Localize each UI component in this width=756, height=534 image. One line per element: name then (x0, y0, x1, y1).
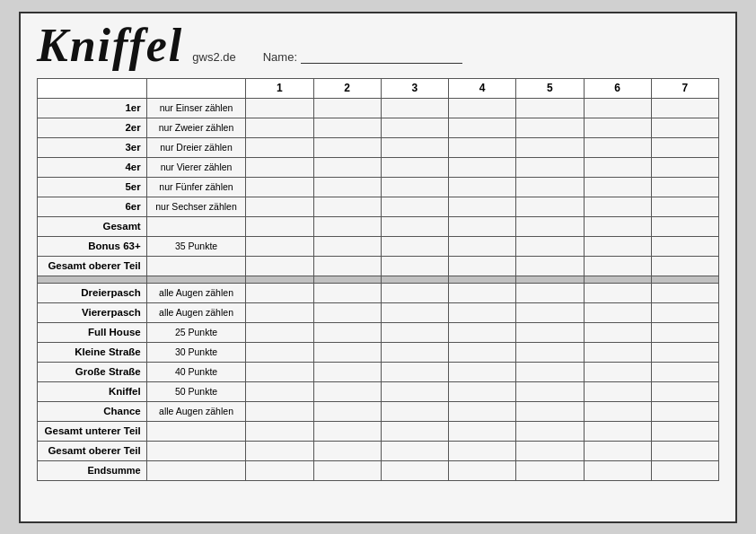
score-cell[interactable] (246, 322, 313, 342)
score-cell[interactable] (381, 256, 448, 276)
score-cell[interactable] (313, 137, 381, 157)
score-cell[interactable] (651, 421, 718, 441)
score-cell[interactable] (381, 197, 448, 216)
score-cell[interactable] (516, 322, 584, 342)
score-cell[interactable] (584, 157, 651, 177)
score-cell[interactable] (246, 421, 313, 441)
score-cell[interactable] (584, 421, 651, 441)
score-cell[interactable] (381, 421, 448, 441)
score-cell[interactable] (313, 236, 381, 256)
score-cell[interactable] (313, 177, 381, 197)
score-cell[interactable] (449, 177, 516, 197)
score-cell[interactable] (246, 362, 313, 381)
score-cell[interactable] (381, 302, 448, 322)
score-cell[interactable] (651, 98, 718, 118)
score-cell[interactable] (381, 98, 448, 118)
score-cell[interactable] (584, 177, 651, 197)
score-cell[interactable] (584, 137, 651, 157)
score-cell[interactable] (246, 302, 313, 322)
score-cell[interactable] (516, 137, 584, 157)
score-cell[interactable] (516, 216, 584, 236)
score-cell[interactable] (651, 118, 718, 137)
score-cell[interactable] (381, 157, 448, 177)
score-cell[interactable] (449, 441, 516, 460)
score-cell[interactable] (516, 118, 584, 137)
score-cell[interactable] (381, 441, 448, 460)
score-cell[interactable] (381, 137, 448, 157)
score-cell[interactable] (651, 137, 718, 157)
score-cell[interactable] (449, 256, 516, 276)
score-cell[interactable] (584, 362, 651, 381)
score-cell[interactable] (584, 236, 651, 256)
score-cell[interactable] (584, 441, 651, 460)
score-cell[interactable] (449, 98, 516, 118)
score-cell[interactable] (516, 401, 584, 421)
score-cell[interactable] (381, 342, 448, 362)
score-cell[interactable] (381, 381, 448, 401)
score-cell[interactable] (246, 401, 313, 421)
score-cell[interactable] (516, 177, 584, 197)
score-cell[interactable] (651, 362, 718, 381)
score-cell[interactable] (651, 283, 718, 302)
score-cell[interactable] (449, 157, 516, 177)
score-cell[interactable] (313, 342, 381, 362)
score-cell[interactable] (313, 421, 381, 441)
score-cell[interactable] (381, 216, 448, 236)
score-cell[interactable] (584, 197, 651, 216)
score-cell[interactable] (449, 342, 516, 362)
score-cell[interactable] (584, 98, 651, 118)
score-cell[interactable] (381, 401, 448, 421)
score-cell[interactable] (584, 381, 651, 401)
score-cell[interactable] (313, 256, 381, 276)
score-cell[interactable] (246, 441, 313, 460)
score-cell[interactable] (313, 98, 381, 118)
score-cell[interactable] (313, 118, 381, 137)
score-cell[interactable] (246, 157, 313, 177)
score-cell[interactable] (246, 256, 313, 276)
score-cell[interactable] (246, 216, 313, 236)
score-cell[interactable] (449, 401, 516, 421)
score-cell[interactable] (449, 236, 516, 256)
score-cell[interactable] (651, 342, 718, 362)
score-cell[interactable] (313, 216, 381, 236)
score-cell[interactable] (246, 236, 313, 256)
score-cell[interactable] (246, 381, 313, 401)
score-cell[interactable] (584, 322, 651, 342)
score-cell[interactable] (313, 302, 381, 322)
score-cell[interactable] (449, 137, 516, 157)
score-cell[interactable] (313, 362, 381, 381)
score-cell[interactable] (516, 236, 584, 256)
score-cell[interactable] (449, 460, 516, 480)
score-cell[interactable] (516, 157, 584, 177)
score-cell[interactable] (313, 401, 381, 421)
score-cell[interactable] (584, 342, 651, 362)
score-cell[interactable] (246, 283, 313, 302)
score-cell[interactable] (246, 118, 313, 137)
score-cell[interactable] (516, 362, 584, 381)
score-cell[interactable] (516, 256, 584, 276)
score-cell[interactable] (651, 441, 718, 460)
score-cell[interactable] (246, 177, 313, 197)
score-cell[interactable] (516, 441, 584, 460)
score-cell[interactable] (651, 460, 718, 480)
score-cell[interactable] (381, 322, 448, 342)
score-cell[interactable] (584, 256, 651, 276)
score-cell[interactable] (651, 302, 718, 322)
score-cell[interactable] (246, 197, 313, 216)
score-cell[interactable] (313, 283, 381, 302)
score-cell[interactable] (449, 381, 516, 401)
score-cell[interactable] (449, 283, 516, 302)
score-cell[interactable] (584, 283, 651, 302)
score-cell[interactable] (313, 441, 381, 460)
score-cell[interactable] (381, 118, 448, 137)
score-cell[interactable] (449, 421, 516, 441)
score-cell[interactable] (651, 157, 718, 177)
score-cell[interactable] (516, 381, 584, 401)
score-cell[interactable] (246, 98, 313, 118)
score-cell[interactable] (449, 362, 516, 381)
score-cell[interactable] (516, 302, 584, 322)
score-cell[interactable] (516, 460, 584, 480)
score-cell[interactable] (381, 236, 448, 256)
score-cell[interactable] (246, 137, 313, 157)
score-cell[interactable] (584, 118, 651, 137)
